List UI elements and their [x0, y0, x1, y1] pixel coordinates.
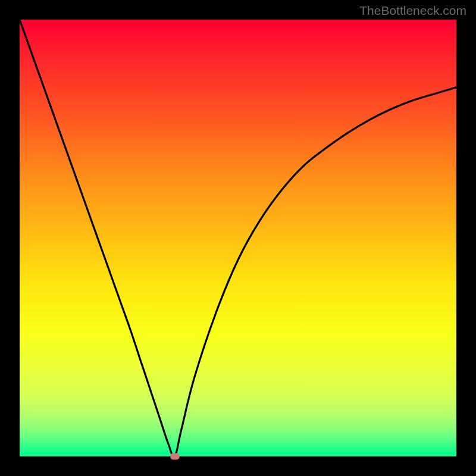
plot-area [20, 20, 456, 456]
curve-svg [20, 20, 456, 456]
chart-frame: TheBottleneck.com [0, 0, 476, 476]
bottleneck-curve [20, 20, 456, 456]
minimum-marker [170, 453, 180, 460]
watermark-text: TheBottleneck.com [359, 4, 466, 18]
